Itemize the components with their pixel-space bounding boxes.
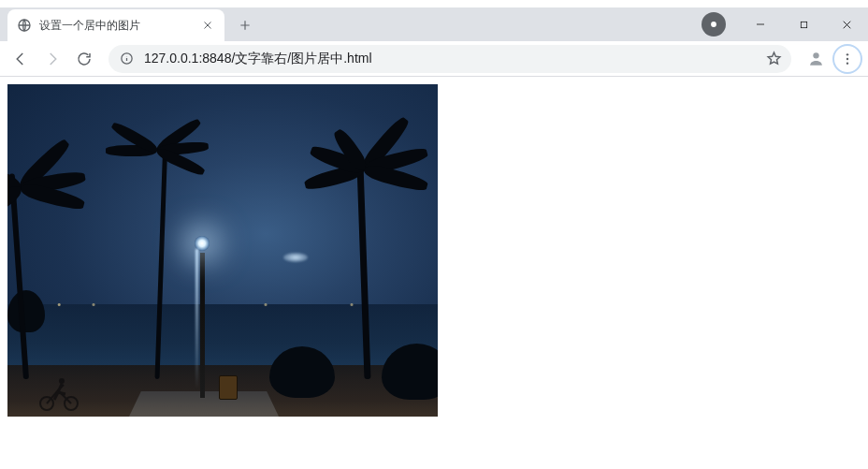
svg-point-4: [813, 52, 818, 58]
minimize-button[interactable]: [739, 10, 782, 38]
browser-tab[interactable]: 设置一个居中的图片: [7, 9, 224, 41]
address-bar[interactable]: 127.0.0.1:8848/文字靠右/图片居中.html: [108, 45, 791, 73]
bookmark-star-icon[interactable]: [765, 51, 782, 67]
forward-button[interactable]: [37, 44, 67, 74]
svg-point-10: [59, 378, 65, 384]
profile-button[interactable]: [801, 44, 831, 74]
svg-point-5: [846, 53, 848, 55]
content-image: [7, 84, 438, 417]
new-tab-button[interactable]: [232, 12, 258, 38]
tab-title: 设置一个居中的图片: [39, 18, 200, 34]
browser-toolbar: 127.0.0.1:8848/文字靠右/图片居中.html: [0, 41, 868, 77]
window-titlebar: [0, 0, 868, 7]
tab-strip: 设置一个居中的图片: [0, 7, 868, 41]
window-controls: [702, 7, 868, 41]
back-button[interactable]: [6, 44, 36, 74]
svg-point-7: [846, 62, 848, 64]
profile-badge-icon[interactable]: [702, 12, 726, 37]
close-tab-icon[interactable]: [200, 18, 215, 33]
svg-point-6: [846, 57, 848, 59]
menu-button[interactable]: [832, 44, 862, 74]
site-info-icon[interactable]: [118, 51, 135, 67]
url-text: 127.0.0.1:8848/文字靠右/图片居中.html: [144, 51, 756, 67]
close-window-button[interactable]: [825, 10, 868, 38]
svg-rect-2: [801, 22, 806, 27]
reload-button[interactable]: [69, 44, 99, 74]
page-viewport: [0, 77, 868, 469]
svg-point-1: [711, 22, 716, 27]
globe-icon: [17, 18, 32, 33]
maximize-button[interactable]: [782, 10, 825, 38]
